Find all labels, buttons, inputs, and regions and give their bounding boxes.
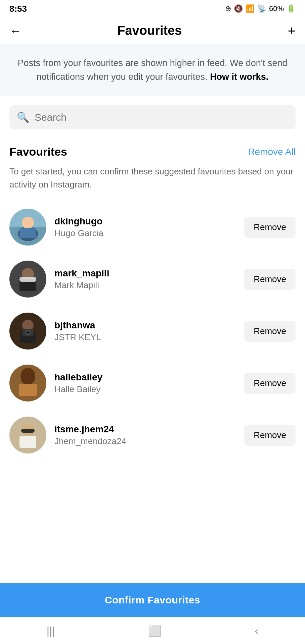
user-username: dkinghugo: [54, 216, 236, 227]
list-item: dkinghugoHugo GarciaRemove: [9, 201, 296, 253]
user-username: bjthanwa: [54, 320, 236, 331]
battery-icon: 🔋: [287, 4, 296, 13]
user-username: mark_mapili: [54, 268, 236, 279]
status-icons: ⊕ 🔇 📶 📡 60% 🔋: [225, 4, 296, 13]
search-box: 🔍: [9, 105, 296, 129]
how-it-works-link[interactable]: How it works.: [210, 72, 268, 82]
page-title: Favourites: [11, 23, 288, 38]
remove-button[interactable]: Remove: [244, 425, 296, 446]
list-item: hallebaileyHalle BaileyRemove: [9, 357, 296, 409]
user-fullname: Halle Bailey: [54, 384, 236, 394]
user-info: hallebaileyHalle Bailey: [54, 372, 236, 394]
confirm-btn-container: Confirm Favourites: [0, 583, 305, 617]
bluetooth-icon: ⊕: [225, 4, 231, 13]
user-fullname: Hugo Garcia: [54, 228, 236, 238]
user-info: mark_mapiliMark Mapili: [54, 268, 236, 290]
avatar: [9, 417, 46, 453]
info-banner-text: Posts from your favourites are shown hig…: [16, 56, 289, 84]
remove-button[interactable]: Remove: [244, 269, 296, 290]
favourites-title: Favourites: [9, 145, 67, 158]
avatar: [9, 209, 46, 246]
svg-point-22: [20, 368, 35, 385]
remove-button[interactable]: Remove: [244, 373, 296, 394]
svg-rect-23: [19, 384, 37, 396]
svg-point-18: [26, 331, 30, 334]
list-item: itsme.jhem24Jhem_mendoza24Remove: [9, 409, 296, 461]
user-fullname: Jhem_mendoza24: [54, 436, 236, 446]
svg-rect-28: [19, 436, 36, 448]
search-input[interactable]: [35, 112, 288, 123]
svg-rect-5: [19, 228, 36, 238]
bottom-nav: ||| ⬜ ‹: [0, 617, 305, 644]
remove-button[interactable]: Remove: [244, 321, 296, 342]
avatar: [9, 261, 46, 298]
favourites-header: Favourites Remove All: [9, 145, 296, 158]
mute-icon: 🔇: [234, 4, 243, 13]
svg-point-4: [22, 217, 34, 229]
user-fullname: Mark Mapili: [54, 280, 236, 290]
avatar: [9, 313, 46, 350]
signal-icon: 📡: [257, 4, 266, 13]
add-button[interactable]: +: [288, 24, 296, 38]
nav-menu-icon[interactable]: |||: [47, 625, 55, 637]
header: ← Favourites +: [0, 17, 305, 44]
svg-rect-10: [19, 281, 36, 291]
user-info: dkinghugoHugo Garcia: [54, 216, 236, 238]
avatar: [9, 365, 46, 401]
user-username: hallebailey: [54, 372, 236, 383]
list-item: bjthanwaJSTR KEYLRemove: [9, 305, 296, 357]
user-fullname: JSTR KEYL: [54, 332, 236, 342]
confirm-favourites-button[interactable]: Confirm Favourites: [0, 583, 305, 617]
list-item: mark_mapiliMark MapiliRemove: [9, 253, 296, 305]
search-icon: 🔍: [17, 111, 29, 123]
status-time: 8:53: [9, 4, 27, 14]
nav-home-icon[interactable]: ⬜: [148, 625, 162, 637]
battery-percent: 60%: [269, 4, 284, 13]
wifi-icon: 📶: [246, 4, 255, 13]
info-banner: Posts from your favourites are shown hig…: [0, 44, 305, 96]
remove-all-button[interactable]: Remove All: [248, 147, 296, 157]
user-info: itsme.jhem24Jhem_mendoza24: [54, 424, 236, 446]
svg-rect-27: [21, 429, 35, 433]
remove-button[interactable]: Remove: [244, 217, 296, 238]
favourites-section: Favourites Remove All To get started, yo…: [0, 145, 305, 461]
status-bar: 8:53 ⊕ 🔇 📶 📡 60% 🔋: [0, 0, 305, 17]
user-list: dkinghugoHugo GarciaRemove mark_mapiliMa…: [9, 201, 296, 461]
svg-rect-11: [19, 277, 36, 282]
search-container: 🔍: [0, 96, 305, 139]
user-info: bjthanwaJSTR KEYL: [54, 320, 236, 342]
nav-back-icon[interactable]: ‹: [255, 625, 259, 637]
user-username: itsme.jhem24: [54, 424, 236, 435]
favourites-subtitle: To get started, you can confirm these su…: [9, 165, 296, 191]
